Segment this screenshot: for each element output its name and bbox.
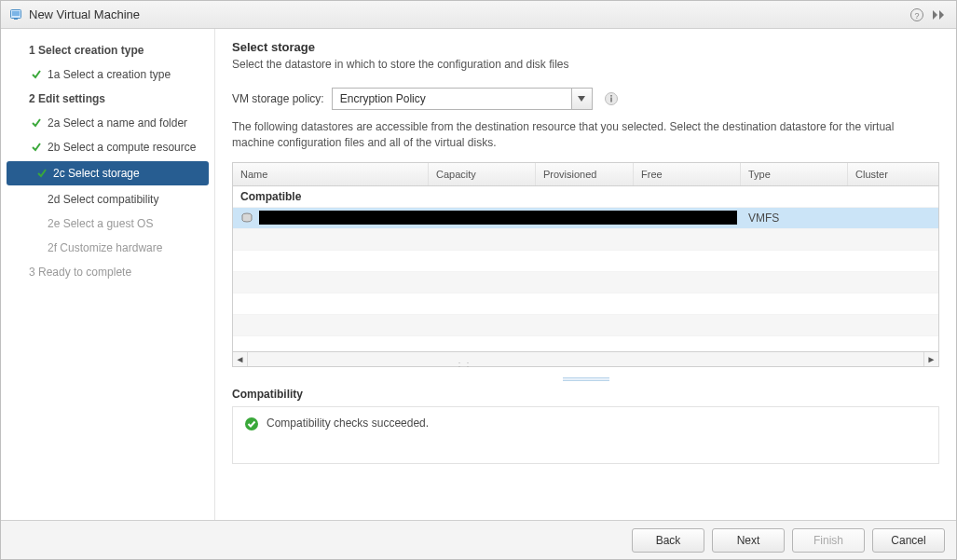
- help-icon[interactable]: ?: [909, 7, 924, 22]
- dialog-footer: Back Next Finish Cancel: [1, 520, 956, 559]
- col-provisioned[interactable]: Provisioned: [536, 163, 634, 185]
- step-1a[interactable]: 1a Select a creation type: [1, 62, 214, 87]
- check-icon: [31, 116, 46, 130]
- scroll-right-icon[interactable]: ►: [923, 352, 938, 366]
- step-2b[interactable]: 2b Select a compute resource: [1, 135, 214, 159]
- titlebar: New Virtual Machine ?: [1, 1, 956, 29]
- col-capacity[interactable]: Capacity: [429, 163, 536, 185]
- back-button[interactable]: Back: [632, 528, 704, 553]
- check-icon: [31, 192, 46, 207]
- svg-rect-7: [610, 95, 612, 97]
- table-row-empty: [233, 251, 938, 272]
- vm-storage-policy-select[interactable]: Encryption Policy: [332, 88, 593, 110]
- compatibility-message: Compatibility checks succeeded.: [267, 417, 429, 430]
- step-2d[interactable]: 2d Select compatibility: [1, 187, 214, 212]
- col-type[interactable]: Type: [741, 163, 848, 185]
- svg-rect-2: [14, 19, 18, 20]
- step-2c[interactable]: 2c Select storage: [7, 161, 209, 185]
- svg-text:?: ?: [914, 10, 919, 20]
- compatible-group-header: Compatible: [233, 186, 938, 208]
- step-forward-icon[interactable]: [932, 9, 949, 20]
- splitter-handle[interactable]: [232, 376, 939, 382]
- panel-subtitle: Select the datastore in which to store t…: [232, 58, 939, 71]
- vm-icon: [8, 7, 23, 22]
- datastore-table: Name Capacity Provisioned Free Type Clus…: [232, 162, 939, 367]
- table-row-empty: [233, 272, 938, 294]
- table-row-empty: [233, 336, 938, 351]
- panel-description: The following datastores are accessible …: [232, 119, 939, 151]
- table-body: Compatible: [233, 186, 938, 351]
- step-2f: 2f Customize hardware: [1, 236, 214, 260]
- next-button[interactable]: Next: [712, 528, 785, 553]
- step-3: 3 Ready to complete: [1, 260, 214, 284]
- info-icon[interactable]: [604, 91, 619, 106]
- table-cell-type: VMFS: [741, 208, 848, 228]
- chevron-down-icon[interactable]: [571, 89, 592, 109]
- svg-rect-1: [12, 11, 20, 16]
- check-icon: [31, 240, 46, 255]
- panel-title: Select storage: [232, 40, 939, 54]
- redacted-datastore-name: [259, 211, 737, 225]
- col-name[interactable]: Name: [233, 163, 429, 185]
- check-icon: [36, 166, 51, 181]
- table-cell-cluster: [848, 208, 938, 228]
- table-header: Name Capacity Provisioned Free Type Clus…: [233, 163, 938, 186]
- compatibility-title: Compatibility: [232, 388, 939, 401]
- dialog-title: New Virtual Machine: [29, 7, 140, 21]
- success-icon: [244, 417, 259, 434]
- cancel-button[interactable]: Cancel: [872, 528, 945, 553]
- new-vm-dialog: New Virtual Machine ? 1 Select creation …: [0, 0, 957, 560]
- check-icon: [31, 140, 46, 155]
- table-row[interactable]: VMFS: [233, 208, 938, 229]
- check-icon: [31, 216, 46, 231]
- col-cluster[interactable]: Cluster: [848, 163, 938, 185]
- check-icon: [31, 67, 46, 82]
- vm-storage-policy-label: VM storage policy:: [232, 92, 324, 105]
- compatibility-box: Compatibility checks succeeded.: [232, 406, 939, 464]
- table-row-empty: [233, 229, 938, 251]
- svg-rect-6: [610, 98, 612, 102]
- table-row-empty: [233, 294, 938, 315]
- step-1[interactable]: 1 Select creation type: [1, 38, 214, 62]
- finish-button: Finish: [792, 528, 865, 553]
- col-free[interactable]: Free: [634, 163, 741, 185]
- step-2a[interactable]: 2a Select a name and folder: [1, 111, 214, 135]
- step-2[interactable]: 2 Edit settings: [1, 87, 214, 111]
- wizard-steps-sidebar: 1 Select creation type 1a Select a creat…: [1, 29, 215, 520]
- step-2e: 2e Select a guest OS: [1, 212, 214, 236]
- vm-storage-policy-value: Encryption Policy: [333, 92, 571, 105]
- scroll-left-icon[interactable]: ◄: [233, 352, 248, 366]
- table-row-empty: [233, 315, 938, 336]
- right-panel: Select storage Select the datastore in w…: [215, 29, 956, 520]
- horizontal-scrollbar[interactable]: ◄ : : ►: [233, 351, 938, 366]
- datastore-icon: [240, 212, 253, 225]
